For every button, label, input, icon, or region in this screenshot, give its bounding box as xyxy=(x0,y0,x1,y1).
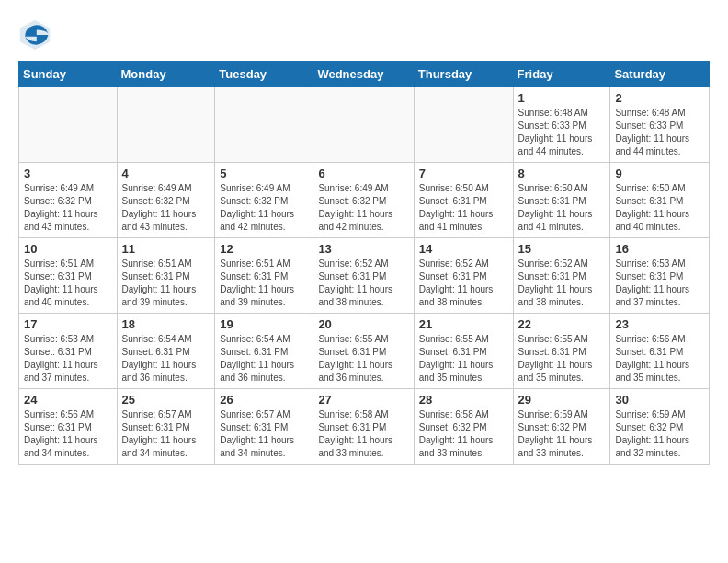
day-info: Sunrise: 6:50 AM Sunset: 6:31 PM Dayligh… xyxy=(419,182,508,234)
calendar-day-cell: 30Sunrise: 6:59 AM Sunset: 6:32 PM Dayli… xyxy=(610,389,710,465)
day-info: Sunrise: 6:49 AM Sunset: 6:32 PM Dayligh… xyxy=(24,182,112,234)
day-number: 6 xyxy=(318,167,408,180)
day-number: 25 xyxy=(122,393,210,407)
day-number: 8 xyxy=(518,167,606,180)
day-number: 11 xyxy=(122,242,210,256)
day-info: Sunrise: 6:57 AM Sunset: 6:31 PM Dayligh… xyxy=(220,408,308,460)
weekday-header: Thursday xyxy=(414,62,513,87)
calendar-day-cell: 6Sunrise: 6:49 AM Sunset: 6:32 PM Daylig… xyxy=(313,163,414,238)
day-number: 2 xyxy=(615,91,704,105)
calendar-day-cell: 11Sunrise: 6:51 AM Sunset: 6:31 PM Dayli… xyxy=(117,238,215,314)
day-number: 22 xyxy=(518,317,606,331)
calendar-day-cell: 16Sunrise: 6:53 AM Sunset: 6:31 PM Dayli… xyxy=(610,238,710,314)
day-number: 17 xyxy=(24,317,112,331)
calendar-day-cell: 15Sunrise: 6:52 AM Sunset: 6:31 PM Dayli… xyxy=(513,238,610,314)
day-number: 28 xyxy=(419,393,508,407)
calendar-day-cell: 10Sunrise: 6:51 AM Sunset: 6:31 PM Dayli… xyxy=(19,238,118,314)
day-info: Sunrise: 6:48 AM Sunset: 6:33 PM Dayligh… xyxy=(615,107,704,158)
day-number: 4 xyxy=(122,167,210,180)
day-info: Sunrise: 6:54 AM Sunset: 6:31 PM Dayligh… xyxy=(122,333,210,385)
day-info: Sunrise: 6:51 AM Sunset: 6:31 PM Dayligh… xyxy=(220,258,308,309)
day-number: 19 xyxy=(220,317,308,331)
logo xyxy=(18,18,57,52)
calendar-day-cell xyxy=(414,87,513,163)
calendar-day-cell: 29Sunrise: 6:59 AM Sunset: 6:32 PM Dayli… xyxy=(513,389,610,465)
day-number: 7 xyxy=(419,167,508,180)
day-info: Sunrise: 6:53 AM Sunset: 6:31 PM Dayligh… xyxy=(24,333,112,385)
day-info: Sunrise: 6:48 AM Sunset: 6:33 PM Dayligh… xyxy=(518,107,606,158)
day-number: 10 xyxy=(24,242,112,256)
day-info: Sunrise: 6:51 AM Sunset: 6:31 PM Dayligh… xyxy=(24,258,112,309)
calendar-day-cell: 25Sunrise: 6:57 AM Sunset: 6:31 PM Dayli… xyxy=(117,389,215,465)
calendar-day-cell: 19Sunrise: 6:54 AM Sunset: 6:31 PM Dayli… xyxy=(215,314,313,389)
logo-icon xyxy=(18,18,51,52)
calendar-day-cell xyxy=(313,87,414,163)
day-number: 3 xyxy=(24,167,112,180)
day-info: Sunrise: 6:55 AM Sunset: 6:31 PM Dayligh… xyxy=(318,333,408,385)
page-header xyxy=(18,18,710,52)
day-number: 21 xyxy=(419,317,508,331)
calendar-day-cell: 23Sunrise: 6:56 AM Sunset: 6:31 PM Dayli… xyxy=(610,314,710,389)
weekday-header: Saturday xyxy=(610,62,710,87)
day-info: Sunrise: 6:52 AM Sunset: 6:31 PM Dayligh… xyxy=(518,258,606,309)
calendar-week-row: 3Sunrise: 6:49 AM Sunset: 6:32 PM Daylig… xyxy=(19,163,710,238)
calendar-day-cell: 7Sunrise: 6:50 AM Sunset: 6:31 PM Daylig… xyxy=(414,163,513,238)
calendar-day-cell: 17Sunrise: 6:53 AM Sunset: 6:31 PM Dayli… xyxy=(19,314,118,389)
day-number: 13 xyxy=(318,242,408,256)
weekday-header: Monday xyxy=(117,62,215,87)
day-info: Sunrise: 6:58 AM Sunset: 6:32 PM Dayligh… xyxy=(419,408,508,460)
calendar-day-cell: 4Sunrise: 6:49 AM Sunset: 6:32 PM Daylig… xyxy=(117,163,215,238)
calendar-day-cell: 26Sunrise: 6:57 AM Sunset: 6:31 PM Dayli… xyxy=(215,389,313,465)
day-info: Sunrise: 6:56 AM Sunset: 6:31 PM Dayligh… xyxy=(24,408,112,460)
day-info: Sunrise: 6:54 AM Sunset: 6:31 PM Dayligh… xyxy=(220,333,308,385)
day-number: 30 xyxy=(615,393,704,407)
calendar-day-cell: 27Sunrise: 6:58 AM Sunset: 6:31 PM Dayli… xyxy=(313,389,414,465)
day-number: 29 xyxy=(518,393,606,407)
day-number: 9 xyxy=(615,167,704,180)
day-info: Sunrise: 6:58 AM Sunset: 6:31 PM Dayligh… xyxy=(318,408,408,460)
day-number: 12 xyxy=(220,242,308,256)
weekday-header-row: SundayMondayTuesdayWednesdayThursdayFrid… xyxy=(19,62,710,87)
calendar-day-cell xyxy=(117,87,215,163)
calendar-day-cell: 20Sunrise: 6:55 AM Sunset: 6:31 PM Dayli… xyxy=(313,314,414,389)
day-number: 26 xyxy=(220,393,308,407)
day-number: 24 xyxy=(24,393,112,407)
day-number: 15 xyxy=(518,242,606,256)
calendar-day-cell: 14Sunrise: 6:52 AM Sunset: 6:31 PM Dayli… xyxy=(414,238,513,314)
day-number: 14 xyxy=(419,242,508,256)
day-info: Sunrise: 6:57 AM Sunset: 6:31 PM Dayligh… xyxy=(122,408,210,460)
day-number: 27 xyxy=(318,393,408,407)
day-number: 20 xyxy=(318,317,408,331)
calendar-day-cell: 12Sunrise: 6:51 AM Sunset: 6:31 PM Dayli… xyxy=(215,238,313,314)
day-info: Sunrise: 6:56 AM Sunset: 6:31 PM Dayligh… xyxy=(615,333,704,385)
day-info: Sunrise: 6:59 AM Sunset: 6:32 PM Dayligh… xyxy=(518,408,606,460)
calendar-day-cell: 9Sunrise: 6:50 AM Sunset: 6:31 PM Daylig… xyxy=(610,163,710,238)
calendar-day-cell: 1Sunrise: 6:48 AM Sunset: 6:33 PM Daylig… xyxy=(513,87,610,163)
weekday-header: Sunday xyxy=(19,62,118,87)
weekday-header: Friday xyxy=(513,62,610,87)
day-info: Sunrise: 6:50 AM Sunset: 6:31 PM Dayligh… xyxy=(518,182,606,234)
calendar-day-cell xyxy=(19,87,118,163)
day-info: Sunrise: 6:59 AM Sunset: 6:32 PM Dayligh… xyxy=(615,408,704,460)
day-info: Sunrise: 6:55 AM Sunset: 6:31 PM Dayligh… xyxy=(518,333,606,385)
day-number: 23 xyxy=(615,317,704,331)
calendar-week-row: 1Sunrise: 6:48 AM Sunset: 6:33 PM Daylig… xyxy=(19,87,710,163)
calendar-week-row: 17Sunrise: 6:53 AM Sunset: 6:31 PM Dayli… xyxy=(19,314,710,389)
calendar-day-cell: 8Sunrise: 6:50 AM Sunset: 6:31 PM Daylig… xyxy=(513,163,610,238)
weekday-header: Wednesday xyxy=(313,62,414,87)
day-number: 18 xyxy=(122,317,210,331)
day-info: Sunrise: 6:50 AM Sunset: 6:31 PM Dayligh… xyxy=(615,182,704,234)
calendar-week-row: 10Sunrise: 6:51 AM Sunset: 6:31 PM Dayli… xyxy=(19,238,710,314)
day-number: 16 xyxy=(615,242,704,256)
calendar-table: SundayMondayTuesdayWednesdayThursdayFrid… xyxy=(18,61,710,465)
calendar-day-cell: 5Sunrise: 6:49 AM Sunset: 6:32 PM Daylig… xyxy=(215,163,313,238)
calendar-week-row: 24Sunrise: 6:56 AM Sunset: 6:31 PM Dayli… xyxy=(19,389,710,465)
day-number: 1 xyxy=(518,91,606,105)
calendar-day-cell: 2Sunrise: 6:48 AM Sunset: 6:33 PM Daylig… xyxy=(610,87,710,163)
weekday-header: Tuesday xyxy=(215,62,313,87)
day-number: 5 xyxy=(220,167,308,180)
calendar-day-cell: 13Sunrise: 6:52 AM Sunset: 6:31 PM Dayli… xyxy=(313,238,414,314)
day-info: Sunrise: 6:51 AM Sunset: 6:31 PM Dayligh… xyxy=(122,258,210,309)
calendar-day-cell xyxy=(215,87,313,163)
day-info: Sunrise: 6:55 AM Sunset: 6:31 PM Dayligh… xyxy=(419,333,508,385)
